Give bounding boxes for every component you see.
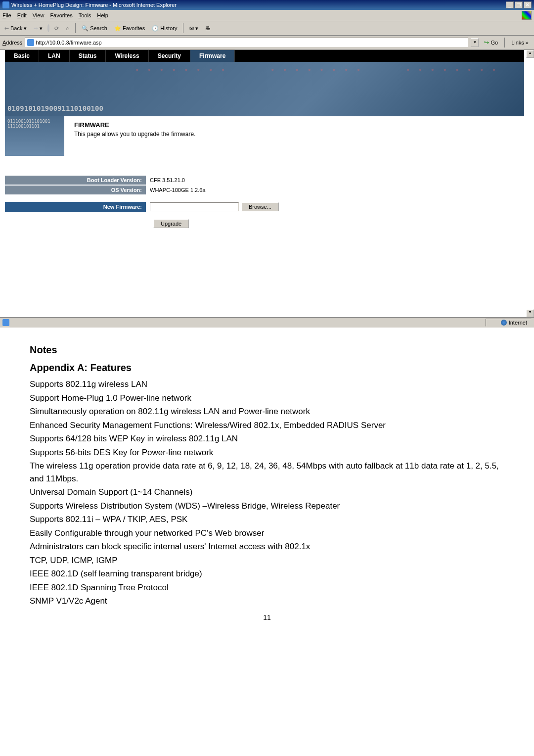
doc-line: IEEE 802.1D (self learning transparent b… — [30, 567, 504, 580]
favorites-label: Favorites — [123, 25, 145, 31]
doc-line: Administrators can block specific intern… — [30, 540, 504, 553]
menu-edit[interactable]: Edit — [17, 12, 27, 18]
search-icon: 🔍 — [82, 25, 89, 32]
ie-icon — [2, 1, 9, 8]
page-content: ▴ Basic LAN Status Wireless Security Fir… — [0, 50, 534, 317]
refresh-icon: ⟳ — [54, 25, 59, 32]
address-dropdown[interactable]: ▼ — [471, 38, 479, 47]
doc-line: Supports Wireless Distribution System (W… — [30, 500, 504, 513]
print-button[interactable]: 🖶 — [203, 24, 213, 32]
print-icon: 🖶 — [205, 25, 211, 31]
notes-heading: Notes — [30, 342, 504, 357]
globe-icon — [501, 320, 507, 326]
doc-line: Universal Domain Support (1~14 Channels) — [30, 486, 504, 499]
favorites-icon: ⭐ — [114, 25, 121, 32]
toolbar: ⬅ Back ▾ ➡ ▾ ⟳ ⌂ 🔍 Search ⭐ Favorites 🕓 … — [0, 21, 534, 36]
links-label: Links — [511, 40, 524, 46]
go-button[interactable]: ↪ Go — [481, 38, 501, 47]
toolbar-separator — [183, 23, 183, 33]
back-arrow-icon: ⬅ — [4, 25, 9, 32]
security-zone: Internet — [486, 319, 532, 327]
left-panel-text: 111100101101 — [7, 124, 62, 129]
menu-tools[interactable]: Tools — [79, 12, 91, 18]
mail-button[interactable]: ✉▾ — [187, 24, 200, 33]
windows-logo-icon — [522, 11, 532, 20]
back-label: Back — [10, 25, 22, 31]
address-input[interactable]: http://10.0.0.3/firmware.asp — [25, 38, 468, 47]
home-icon: ⌂ — [66, 25, 69, 31]
doc-line: Supports 802.11g wireless LAN — [30, 378, 504, 391]
doc-line: IEEE 802.1D Spanning Tree Protocol — [30, 581, 504, 594]
zone-label: Internet — [509, 320, 527, 326]
nav-tabs: Basic LAN Status Wireless Security Firmw… — [5, 50, 524, 62]
doc-line: TCP, UDP, ICMP, IGMP — [30, 554, 504, 567]
menu-view[interactable]: View — [33, 12, 44, 18]
doc-line: Supports 64/128 bits WEP Key in wireless… — [30, 432, 504, 445]
refresh-button[interactable]: ⟳ — [52, 24, 61, 33]
tab-wireless[interactable]: Wireless — [106, 50, 148, 62]
favorites-button[interactable]: ⭐ Favorites — [112, 24, 147, 33]
boot-loader-label: Boot Loader Version: — [5, 176, 146, 185]
home-button[interactable]: ⌂ — [64, 24, 71, 32]
os-version-value: WHAPC-100GE 1.2.6a — [146, 186, 210, 194]
doc-line: Enhanced Security Management Functions: … — [30, 419, 504, 432]
address-label: Address — [2, 40, 22, 46]
doc-line: The wireless 11g operation provide data … — [30, 460, 504, 485]
maximize-button[interactable]: ❐ — [515, 1, 523, 8]
window-title: Wireless + HomePlug Design: Firmware - M… — [11, 2, 177, 8]
banner: ● ● ● ● ● ● ● ● ● ● ● ● ● ● ● ● ● ● ● ● … — [5, 62, 524, 116]
menu-favorites[interactable]: Favorites — [50, 12, 72, 18]
doc-line: Supports 802.11i – WPA / TKIP, AES, PSK — [30, 513, 504, 526]
tab-security[interactable]: Security — [149, 50, 190, 62]
document-section: Notes Appendix A: Features Supports 802.… — [0, 328, 534, 638]
upgrade-button[interactable]: Upgrade — [153, 219, 189, 228]
back-button[interactable]: ⬅ Back ▾ — [2, 24, 29, 33]
scroll-down-button[interactable]: ▾ — [526, 309, 534, 317]
stop-button[interactable] — [47, 25, 49, 31]
address-bar: Address http://10.0.0.3/firmware.asp ▼ ↪… — [0, 36, 534, 50]
banner-binary-1: 01091010190091110100100 — [7, 104, 103, 112]
forward-arrow-icon: ➡ — [34, 25, 38, 32]
history-button[interactable]: 🕓 History — [150, 24, 179, 33]
go-icon: ↪ — [484, 39, 489, 46]
browse-button[interactable]: Browse... — [241, 202, 279, 211]
menu-help[interactable]: Help — [97, 12, 108, 18]
forward-button[interactable]: ➡ ▾ — [32, 24, 44, 33]
close-button[interactable]: ✕ — [524, 1, 532, 8]
firmware-file-input[interactable] — [150, 202, 239, 211]
page-number: 11 — [30, 613, 504, 623]
page-icon — [27, 39, 34, 46]
links-button[interactable]: Links » — [508, 40, 532, 46]
address-url: http://10.0.0.3/firmware.asp — [36, 40, 101, 46]
minimize-button[interactable]: _ — [506, 1, 514, 8]
banner-binary-2: 0111001011101001 — [7, 119, 62, 124]
search-button[interactable]: 🔍 Search — [80, 24, 109, 33]
toolbar-separator — [75, 23, 76, 33]
tab-basic[interactable]: Basic — [5, 50, 39, 62]
scroll-up-button[interactable]: ▴ — [526, 50, 534, 58]
menu-file[interactable]: File — [2, 12, 11, 18]
firmware-desc: This page allows you to upgrade the firm… — [74, 131, 514, 138]
firmware-title: FIRMWARE — [74, 121, 514, 129]
banner-dots: ● ● ● ● ● ● ● ● ● ● ● ● ● ● ● ● ● ● ● ● … — [135, 67, 499, 72]
back-dropdown-icon: ▾ — [24, 25, 27, 32]
doc-line: Easily Configurable through your network… — [30, 527, 504, 540]
doc-line: Support Home-Plug 1.0 Power-line network — [30, 392, 504, 405]
tab-lan[interactable]: LAN — [39, 50, 70, 62]
tab-firmware[interactable]: Firmware — [190, 50, 235, 62]
tab-status[interactable]: Status — [70, 50, 106, 62]
doc-line: Supports 56-bits DES Key for Power-line … — [30, 446, 504, 459]
doc-line: Simultaneously operation on 802.11g wire… — [30, 405, 504, 418]
history-label: History — [160, 25, 177, 31]
status-ie-icon — [2, 319, 9, 326]
search-label: Search — [90, 25, 107, 31]
separator — [504, 38, 505, 47]
menu-bar: File Edit View Favorites Tools Help — [0, 10, 534, 21]
title-bar: Wireless + HomePlug Design: Firmware - M… — [0, 0, 534, 10]
status-bar: Internet — [0, 317, 534, 328]
appendix-heading: Appendix A: Features — [30, 360, 504, 375]
left-panel: 0111001011101001 111100101101 — [5, 116, 64, 156]
history-icon: 🕓 — [152, 25, 159, 32]
stop-icon — [47, 24, 49, 32]
boot-loader-value: CFE 3.51.21.0 — [146, 176, 189, 185]
